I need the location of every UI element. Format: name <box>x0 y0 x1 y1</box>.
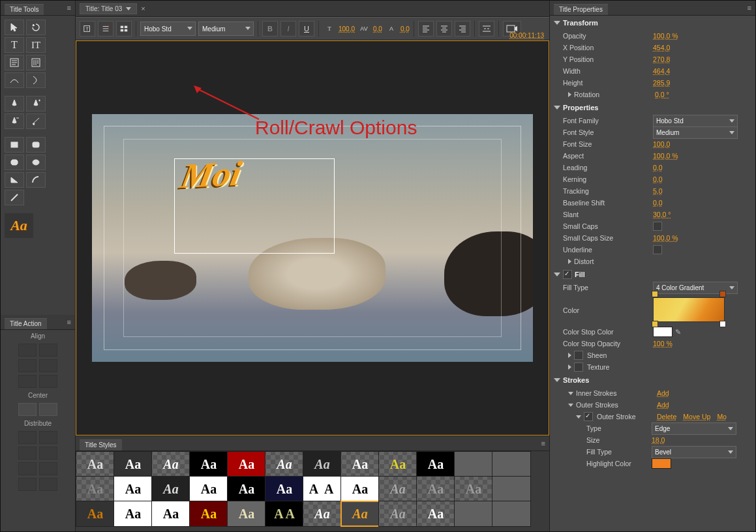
style-swatch[interactable]: Aa <box>189 451 228 477</box>
properties-section[interactable]: Properties <box>550 100 755 115</box>
tracking-value[interactable]: 5,0 <box>653 187 663 195</box>
line-tool[interactable] <box>5 190 24 205</box>
align-right-text-button[interactable] <box>455 21 470 37</box>
font-size-value[interactable]: 100,0 <box>339 25 355 33</box>
slant-value[interactable]: 30,0 ° <box>653 211 671 218</box>
leading-value[interactable]: 0,0 <box>401 25 410 33</box>
smallcaps-checkbox[interactable] <box>653 222 662 231</box>
dist-7[interactable] <box>18 478 37 491</box>
height-value[interactable]: 285,9 <box>653 79 670 87</box>
path-type-tool[interactable] <box>5 72 24 88</box>
dist-5[interactable] <box>18 462 37 475</box>
pen-tool[interactable] <box>5 96 24 111</box>
style-swatch[interactable] <box>454 451 493 477</box>
arc-tool[interactable] <box>26 172 46 188</box>
style-swatch-selected[interactable]: Aa <box>340 501 380 527</box>
style-swatch[interactable]: A A <box>265 501 304 527</box>
style-swatch[interactable]: Aa <box>189 476 228 502</box>
dist-3[interactable] <box>18 447 37 460</box>
os-type-select[interactable]: Edge <box>652 422 736 435</box>
title-tools-tab[interactable]: Title Tools <box>5 4 44 15</box>
ypos-value[interactable]: 270,8 <box>653 55 670 63</box>
align-top-button[interactable] <box>39 344 57 357</box>
center-v-button[interactable] <box>39 403 57 416</box>
style-swatch[interactable]: Aa <box>151 501 190 527</box>
convert-anchor-tool[interactable] <box>26 113 46 129</box>
colorstopop-value[interactable]: 100 % <box>653 340 673 347</box>
style-swatch[interactable]: Aa <box>378 451 417 477</box>
italic-button[interactable]: I <box>280 21 296 37</box>
xpos-value[interactable]: 454,0 <box>653 44 670 52</box>
fontsty-select[interactable]: Medium <box>653 126 738 139</box>
panel-menu-icon[interactable]: ≡ <box>541 439 545 447</box>
title-actions-tab[interactable]: Title Action <box>5 318 47 329</box>
ellipse-tool[interactable] <box>26 155 46 170</box>
outerstroke-checkbox[interactable] <box>584 412 593 421</box>
align-vcenter-button[interactable] <box>39 359 57 372</box>
style-swatch[interactable] <box>492 501 531 527</box>
add-anchor-tool[interactable] <box>26 96 46 111</box>
bold-button[interactable]: B <box>262 21 278 37</box>
tab-stops-button[interactable] <box>479 21 494 37</box>
style-swatch[interactable]: Aa <box>76 501 115 527</box>
baseline-value[interactable]: 0,0 <box>653 199 663 207</box>
fontfam-select[interactable]: Hobo Std <box>653 115 738 127</box>
style-swatch[interactable]: Aa <box>151 476 190 502</box>
align-center-text-button[interactable] <box>436 21 452 37</box>
style-swatch[interactable]: Aa <box>303 501 342 527</box>
underline-button[interactable]: U <box>299 21 314 37</box>
fill-checkbox[interactable] <box>563 270 572 279</box>
width-value[interactable]: 464,4 <box>653 67 670 75</box>
rounded-rect-tool[interactable] <box>26 137 46 153</box>
title-properties-tab[interactable]: Title Properties <box>554 4 608 15</box>
type-tool[interactable]: T <box>5 37 24 53</box>
os-size-value[interactable]: 18,0 <box>652 436 665 444</box>
style-swatch[interactable]: Aa <box>265 451 304 477</box>
clipped-rect-tool[interactable] <box>5 155 24 170</box>
gradient-stop-tl[interactable] <box>652 291 658 297</box>
rotation-value[interactable]: 0,0 ° <box>655 91 669 98</box>
style-swatch[interactable]: A A <box>303 476 342 502</box>
style-swatch[interactable]: Aa <box>151 451 190 477</box>
align-left-button[interactable] <box>18 344 37 357</box>
style-swatch[interactable]: Aa <box>227 476 266 502</box>
style-swatch[interactable]: Aa <box>113 451 153 477</box>
new-title-button[interactable]: T <box>80 21 95 37</box>
title-canvas[interactable]: Moi <box>92 114 533 362</box>
smallcapssize-value[interactable]: 100,0 % <box>653 234 678 242</box>
fill-section[interactable]: Fill <box>550 267 755 282</box>
style-swatch[interactable]: Aa <box>340 451 380 477</box>
style-swatch[interactable]: Aa <box>227 451 266 477</box>
vertical-area-type-tool[interactable] <box>26 55 46 70</box>
style-swatch[interactable]: Aa <box>76 476 115 502</box>
align-hcenter-button[interactable] <box>18 359 37 372</box>
dist-4[interactable] <box>39 447 57 460</box>
style-swatch[interactable] <box>454 501 493 527</box>
panel-menu-icon[interactable]: ≡ <box>67 318 71 326</box>
leading-value[interactable]: 0,0 <box>653 164 663 171</box>
dist-1[interactable] <box>18 431 37 444</box>
style-swatch[interactable]: Aa <box>303 451 342 477</box>
rectangle-tool[interactable] <box>5 137 24 153</box>
strokes-section[interactable]: Strokes <box>550 373 755 387</box>
transform-section[interactable]: Transform <box>550 16 755 30</box>
inner-stroke-add[interactable]: Add <box>657 389 669 397</box>
fontsize-value[interactable]: 100,0 <box>653 140 670 148</box>
wedge-tool[interactable] <box>5 172 24 188</box>
document-tab[interactable]: Title: Title 03 <box>80 3 137 14</box>
sheen-checkbox[interactable] <box>574 351 583 360</box>
style-swatch[interactable]: Aa <box>416 501 455 527</box>
gradient-preview[interactable] <box>653 297 725 322</box>
style-swatch[interactable]: Aa <box>416 451 455 477</box>
style-swatch[interactable]: Aa <box>76 451 115 477</box>
panel-menu-icon[interactable]: ≡ <box>748 4 751 12</box>
style-swatch[interactable]: Aa <box>340 476 380 502</box>
selection-tool[interactable] <box>5 20 24 35</box>
style-swatch[interactable]: Aa <box>265 476 304 502</box>
outerstroke-delete[interactable]: Delete <box>657 413 676 421</box>
opacity-value[interactable]: 100,0 % <box>653 32 678 40</box>
gradient-stop-br[interactable] <box>719 321 726 327</box>
style-swatch[interactable]: Aa <box>189 501 228 527</box>
dist-6[interactable] <box>39 462 57 475</box>
center-h-button[interactable] <box>18 403 37 416</box>
